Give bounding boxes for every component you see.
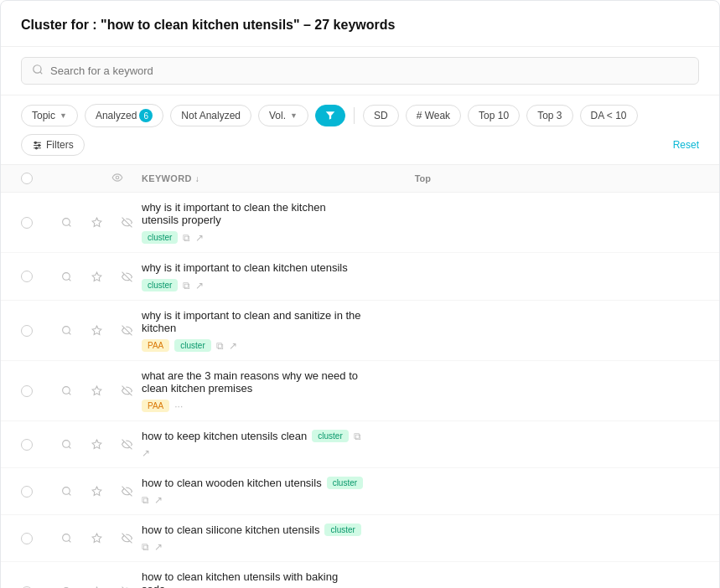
funnel-icon bbox=[324, 110, 336, 121]
search-row-icon[interactable] bbox=[51, 585, 81, 588]
star-icon[interactable] bbox=[81, 437, 111, 451]
svg-point-6 bbox=[35, 147, 37, 148]
col-eye bbox=[111, 172, 142, 185]
filter-top3[interactable]: Top 3 bbox=[526, 105, 572, 126]
filter-weak[interactable]: # Weak bbox=[406, 105, 461, 126]
table-body: why is it important to clean the kitchen… bbox=[1, 193, 719, 588]
copy-icon[interactable]: ⧉ bbox=[354, 431, 361, 442]
svg-point-11 bbox=[62, 272, 70, 280]
keyword-cell: why is it important to clean kitchen ute… bbox=[142, 261, 364, 291]
external-link-icon[interactable]: ↗ bbox=[195, 232, 204, 244]
reset-button[interactable]: Reset bbox=[673, 139, 699, 151]
external-link-icon[interactable]: ↗ bbox=[154, 541, 163, 553]
hide-icon[interactable] bbox=[111, 484, 142, 498]
svg-point-4 bbox=[34, 142, 36, 143]
filter-topic[interactable]: Topic ▼ bbox=[21, 105, 78, 126]
search-wrapper bbox=[21, 57, 699, 85]
star-icon[interactable] bbox=[81, 270, 111, 284]
keyword-cell: how to clean silicone kitchen utensils c… bbox=[142, 524, 364, 553]
filter-funnel[interactable] bbox=[315, 105, 345, 126]
cluster-tag: cluster bbox=[142, 279, 178, 291]
svg-marker-12 bbox=[92, 272, 101, 281]
cluster-tag: cluster bbox=[312, 430, 348, 442]
external-link-icon[interactable]: ↗ bbox=[195, 280, 204, 291]
paa-tag: PAA bbox=[142, 400, 169, 412]
svg-point-23 bbox=[62, 487, 70, 495]
search-row-icon[interactable] bbox=[51, 531, 81, 545]
copy-icon[interactable]: ⧉ bbox=[216, 340, 224, 352]
table-row: how to clean kitchen utensils with bakin… bbox=[1, 562, 719, 588]
hide-icon[interactable] bbox=[111, 270, 142, 284]
filter-more[interactable]: Filters bbox=[21, 134, 85, 156]
copy-icon[interactable]: ⧉ bbox=[183, 232, 190, 244]
star-icon[interactable] bbox=[81, 323, 111, 338]
filter-not-analyzed[interactable]: Not Analyzed bbox=[170, 105, 251, 126]
keyword-cell: what are the 3 main reasons why we need … bbox=[142, 369, 364, 412]
keyword-cell: how to clean kitchen utensils with bakin… bbox=[142, 570, 364, 588]
search-row-icon[interactable] bbox=[51, 270, 81, 284]
filter-da10[interactable]: DA < 10 bbox=[580, 105, 638, 126]
search-input[interactable] bbox=[50, 64, 688, 77]
sort-icon: ↓ bbox=[195, 174, 199, 183]
chevron-down-icon: ▼ bbox=[60, 111, 67, 120]
hide-icon[interactable] bbox=[111, 437, 142, 451]
table-row: why is it important to clean and sanitiz… bbox=[1, 301, 719, 361]
star-icon[interactable] bbox=[81, 531, 111, 545]
svg-point-0 bbox=[34, 65, 41, 73]
select-all-checkbox[interactable] bbox=[21, 173, 33, 184]
hide-icon[interactable] bbox=[111, 215, 142, 230]
copy-icon[interactable]: ⧉ bbox=[142, 494, 149, 506]
filter-top10[interactable]: Top 10 bbox=[468, 105, 520, 126]
star-icon[interactable] bbox=[81, 484, 111, 498]
row-checkbox[interactable] bbox=[21, 271, 51, 282]
search-row-icon[interactable] bbox=[51, 437, 81, 451]
row-checkbox[interactable] bbox=[21, 325, 51, 337]
copy-icon[interactable]: ⧉ bbox=[183, 280, 190, 291]
copy-icon[interactable]: ⧉ bbox=[142, 541, 149, 553]
filter-sd[interactable]: SD bbox=[363, 105, 399, 126]
col-checkbox bbox=[21, 173, 51, 184]
table-row: how to clean wooden kitchen utensils clu… bbox=[1, 468, 719, 515]
table-row: why is it important to clean kitchen ute… bbox=[1, 253, 719, 301]
cluster-tag: cluster bbox=[142, 231, 178, 244]
filters-bar: Topic ▼ Analyzed 6 Not Analyzed Vol. ▼ S… bbox=[1, 95, 719, 165]
svg-marker-27 bbox=[92, 534, 101, 542]
col-keyword-header: KEYWORD ↓ bbox=[142, 173, 364, 183]
table-row: how to clean silicone kitchen utensils c… bbox=[1, 515, 719, 562]
search-row-icon[interactable] bbox=[51, 484, 81, 498]
keyword-cell: how to clean wooden kitchen utensils clu… bbox=[142, 477, 364, 506]
hide-icon[interactable] bbox=[111, 323, 142, 338]
col-top-header: Top bbox=[364, 173, 431, 183]
svg-point-7 bbox=[116, 176, 119, 179]
external-link-icon[interactable]: ↗ bbox=[229, 340, 237, 352]
row-checkbox[interactable] bbox=[21, 533, 51, 544]
external-link-icon[interactable]: ↗ bbox=[154, 494, 163, 506]
ellipsis-icon[interactable]: ··· bbox=[174, 400, 183, 412]
search-row-icon[interactable] bbox=[51, 384, 81, 398]
external-link-icon[interactable]: ↗ bbox=[142, 447, 150, 459]
keyword-cell: how to keep kitchen utensils clean clust… bbox=[142, 430, 364, 459]
table-row: what are the 3 main reasons why we need … bbox=[1, 361, 719, 421]
svg-point-17 bbox=[62, 387, 70, 395]
filter-analyzed[interactable]: Analyzed 6 bbox=[85, 104, 163, 127]
row-checkbox[interactable] bbox=[21, 385, 51, 397]
keyword-cell: why is it important to clean and sanitiz… bbox=[142, 309, 364, 352]
hide-icon[interactable] bbox=[111, 585, 142, 588]
hide-icon[interactable] bbox=[111, 384, 142, 398]
star-icon[interactable] bbox=[81, 384, 111, 398]
row-checkbox[interactable] bbox=[21, 439, 51, 451]
filter-vol[interactable]: Vol. ▼ bbox=[258, 105, 308, 126]
paa-tag: PAA bbox=[142, 339, 169, 352]
sliders-icon bbox=[32, 140, 43, 151]
row-checkbox[interactable] bbox=[21, 217, 51, 229]
search-row-icon[interactable] bbox=[51, 215, 81, 230]
search-bar bbox=[1, 47, 719, 95]
hide-icon[interactable] bbox=[111, 531, 142, 545]
search-row-icon[interactable] bbox=[51, 323, 81, 338]
row-checkbox[interactable] bbox=[21, 486, 51, 498]
star-icon[interactable] bbox=[81, 215, 111, 230]
keyword-cell: why is it important to clean the kitchen… bbox=[142, 201, 364, 244]
chevron-down-icon-vol: ▼ bbox=[290, 111, 298, 120]
star-icon[interactable] bbox=[81, 585, 111, 588]
cluster-tag: cluster bbox=[327, 477, 363, 489]
